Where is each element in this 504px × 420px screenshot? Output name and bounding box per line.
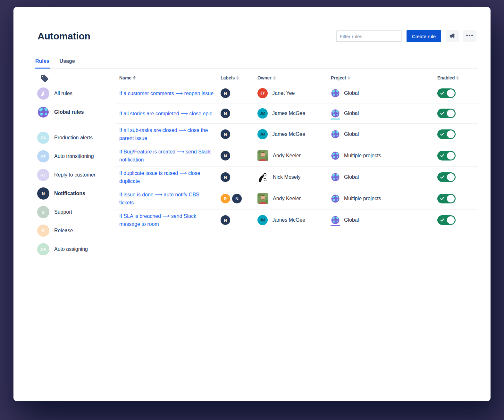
owner-name: Janet Yee bbox=[272, 90, 295, 96]
labels-cell: N bbox=[221, 109, 257, 118]
column-header-name[interactable]: Name bbox=[115, 75, 221, 80]
labels-sidebar: All rules Global rulesPAProduction alert… bbox=[37, 73, 115, 398]
labels-cell: N bbox=[221, 151, 257, 161]
check-icon bbox=[440, 175, 444, 179]
label-badge-n[interactable]: N bbox=[221, 151, 230, 161]
sidebar-item-label: Notifications bbox=[54, 191, 85, 196]
enabled-toggle[interactable] bbox=[437, 109, 456, 118]
rule-name-link[interactable]: If all sub-tasks are closed ⟶ close the … bbox=[119, 128, 208, 141]
table-header-row: NameLabelsOwnerProjectEnabled bbox=[115, 73, 478, 83]
project-cell: Global bbox=[331, 109, 435, 118]
initials-avatar: PA bbox=[37, 132, 49, 144]
column-header-label: Owner bbox=[257, 75, 272, 80]
enabled-toggle[interactable] bbox=[437, 215, 456, 225]
enabled-toggle[interactable] bbox=[437, 151, 456, 161]
enabled-toggle[interactable] bbox=[437, 172, 456, 182]
labels-cell: N bbox=[221, 88, 257, 98]
announcement-button[interactable] bbox=[446, 30, 459, 42]
enabled-toggle[interactable] bbox=[437, 129, 456, 139]
sidebar-item-auto-transitioning[interactable]: ATAuto transitioning bbox=[37, 149, 115, 163]
owner-cell: JMJames McGee bbox=[257, 108, 331, 119]
label-badge-n[interactable]: N bbox=[221, 109, 230, 118]
column-header-label: Project bbox=[331, 75, 346, 80]
owner-photo bbox=[257, 150, 268, 161]
page-title: Automation bbox=[38, 31, 90, 42]
check-icon bbox=[440, 218, 444, 222]
initials-avatar: S bbox=[37, 206, 49, 218]
rule-name-link[interactable]: If a customer comments ⟶ reopen issue bbox=[119, 91, 214, 96]
enabled-cell bbox=[435, 109, 478, 118]
atlassian-avatar bbox=[37, 87, 49, 100]
toggle-knob bbox=[447, 195, 455, 202]
label-badge-n[interactable]: N bbox=[221, 172, 230, 182]
sidebar-item-global-rules[interactable]: Global rules bbox=[37, 105, 115, 119]
column-header-project[interactable]: Project bbox=[331, 75, 435, 80]
filter-rules-input[interactable] bbox=[336, 30, 402, 42]
sidebar-item-label: Release bbox=[54, 228, 73, 234]
initials-avatar: N bbox=[37, 187, 49, 200]
sidebar-item-support[interactable]: SSupport bbox=[37, 205, 115, 219]
labels-cell: N bbox=[221, 172, 257, 182]
sidebar-item-label: Auto assigning bbox=[54, 246, 88, 252]
rule-name-link[interactable]: If Bug/Feature is created ⟶ send Slack n… bbox=[119, 149, 211, 162]
label-badge-n[interactable]: N bbox=[221, 215, 230, 225]
toggle-knob bbox=[447, 173, 455, 181]
globe-icon bbox=[331, 173, 340, 182]
owner-avatar bbox=[257, 172, 268, 183]
ellipsis-icon: ••• bbox=[466, 33, 474, 40]
tab-bar: RulesUsage bbox=[35, 58, 478, 69]
globe-icon bbox=[331, 151, 340, 160]
label-badge-n[interactable]: N bbox=[221, 129, 230, 139]
create-rule-button[interactable]: Create rule bbox=[407, 30, 441, 42]
label-badge-r[interactable]: R bbox=[221, 194, 230, 203]
project-label: Global bbox=[344, 131, 359, 137]
enabled-toggle[interactable] bbox=[437, 88, 456, 98]
rule-name-link[interactable]: If all stories are completed ⟶ close epi… bbox=[119, 111, 212, 116]
sidebar-item-notifications[interactable]: NNotifications bbox=[37, 186, 115, 201]
tab-usage[interactable]: Usage bbox=[59, 58, 76, 68]
owner-cell: Nick Mosely bbox=[257, 172, 331, 183]
sidebar-item-label: Reply to customer bbox=[54, 172, 96, 178]
rule-name-link[interactable]: If issue is done ⟶ auto notify CBS ticke… bbox=[119, 192, 199, 205]
sidebar-item-release[interactable]: RRelease bbox=[37, 224, 115, 238]
check-icon bbox=[440, 197, 444, 200]
sort-icon bbox=[236, 76, 239, 80]
rule-name-link[interactable]: If duplicate issue is raised ⟶ close dup… bbox=[119, 170, 200, 184]
megaphone-icon bbox=[449, 32, 456, 40]
sidebar-item-reply-to-customer[interactable]: RTReply to customer bbox=[37, 168, 115, 182]
sidebar-item-auto-assigning[interactable]: AAAuto assigning bbox=[37, 242, 115, 256]
column-header-labels[interactable]: Labels bbox=[221, 75, 257, 80]
project-label: Global bbox=[344, 111, 359, 116]
label-badge-n[interactable]: N bbox=[232, 194, 242, 203]
labels-cell: N bbox=[221, 215, 257, 225]
sidebar-item-label: All rules bbox=[54, 91, 72, 96]
enabled-toggle[interactable] bbox=[437, 194, 456, 203]
project-label: Global bbox=[344, 217, 359, 223]
sidebar-item-production-alerts[interactable]: PAProduction alerts bbox=[37, 131, 115, 145]
enabled-cell bbox=[435, 215, 478, 225]
toggle-knob bbox=[447, 130, 455, 138]
label-badge-n[interactable]: N bbox=[221, 88, 230, 98]
toggle-knob bbox=[447, 110, 455, 117]
tab-rules[interactable]: Rules bbox=[35, 58, 50, 68]
more-actions-button[interactable]: ••• bbox=[463, 30, 476, 42]
rule-name-link[interactable]: If SLA is breached ⟶ send Slack message … bbox=[119, 213, 196, 227]
project-cell: Global bbox=[331, 89, 435, 98]
table-row: If all sub-tasks are closed ⟶ close the … bbox=[115, 124, 478, 145]
project-label: Global bbox=[344, 90, 359, 96]
column-header-enabled[interactable]: Enabled bbox=[435, 75, 478, 80]
rule-name-cell: If issue is done ⟶ auto notify CBS ticke… bbox=[115, 188, 221, 209]
initials-avatar: AT bbox=[37, 150, 49, 162]
owner-name: James McGee bbox=[272, 131, 305, 137]
rule-name-cell: If all stories are completed ⟶ close epi… bbox=[115, 107, 221, 120]
project-globe bbox=[331, 216, 340, 225]
owner-name: Andy Keeler bbox=[273, 153, 301, 159]
rule-name-cell: If a customer comments ⟶ reopen issue bbox=[115, 87, 221, 100]
topbar: Automation Create rule ••• bbox=[38, 29, 476, 44]
owner-cell: JYJanet Yee bbox=[257, 88, 331, 98]
check-icon bbox=[440, 132, 444, 136]
sidebar-item-all-rules[interactable]: All rules bbox=[37, 86, 115, 101]
project-globe bbox=[331, 130, 340, 139]
column-header-owner[interactable]: Owner bbox=[257, 75, 331, 80]
project-globe bbox=[331, 173, 340, 182]
